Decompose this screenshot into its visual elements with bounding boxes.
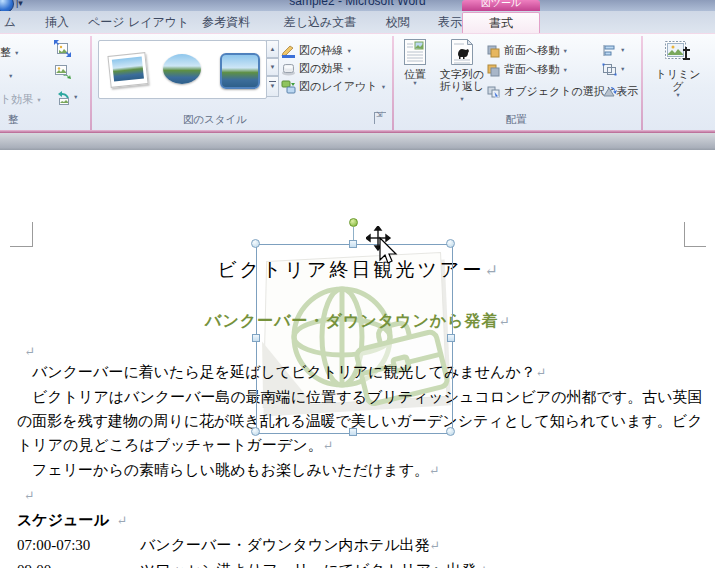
chevron-down-icon: ▼: [620, 47, 625, 53]
wrap-text-label-line2: 折り返し: [440, 80, 485, 92]
tab-format-active[interactable]: 書式: [462, 12, 540, 34]
wrap-text-button[interactable]: 文字列の 折り返し ▼: [438, 38, 486, 104]
chevron-down-icon: ▼: [620, 88, 625, 94]
picture-effects-button[interactable]: 図の効果 ▼: [281, 61, 352, 76]
margin-cropmark-left: [10, 246, 33, 247]
group-objects-button[interactable]: ▼: [602, 62, 626, 76]
paragraph-mark: ↵: [476, 564, 487, 568]
adjust-group-label: 整: [0, 111, 28, 127]
paragraph-mark: ↵: [24, 344, 35, 360]
group-separator: [641, 36, 643, 130]
document-top-gutter: [0, 133, 715, 150]
send-backward-icon: [487, 64, 501, 77]
resize-handle-bottom-left[interactable]: [251, 427, 260, 436]
rotate-handle[interactable]: [349, 218, 358, 227]
reset-picture-icon: [54, 88, 71, 105]
chevron-down-icon: ▼: [459, 96, 464, 102]
picture-border-icon: [281, 44, 296, 58]
picture-layout-icon: [281, 80, 296, 94]
picture-effects-icon: [281, 62, 296, 76]
bring-forward-label: 前面へ移動: [504, 44, 559, 56]
gallery-scroll-up-button[interactable]: ▲: [266, 40, 279, 58]
picture-style-2[interactable]: [159, 48, 205, 92]
schedule-row: 09:00ツワッセン港よりフェリーにてビクトリアへ出発↵: [17, 558, 703, 568]
crop-label: トリミング: [650, 68, 706, 92]
picture-layout-button[interactable]: 図のレイアウト ▼: [281, 79, 386, 94]
picture-styles-group-label: 図のスタイル: [150, 111, 280, 127]
schedule-time: 07:00-07:30: [17, 533, 140, 557]
chevron-down-icon: ▼: [8, 73, 13, 79]
resize-handle-middle-left[interactable]: [252, 334, 260, 342]
margin-cropmark-right: [684, 222, 685, 247]
align-objects-button[interactable]: ▼: [602, 43, 626, 57]
chevron-down-icon: ▼: [36, 97, 41, 103]
picture-style-1[interactable]: [104, 48, 150, 92]
position-button[interactable]: 位置 ▼: [396, 38, 434, 104]
resize-handle-top-center[interactable]: [349, 240, 357, 248]
gallery-scrollbar: ▲ ▼ ▼: [266, 40, 279, 97]
picture-selection-frame[interactable]: [256, 244, 453, 434]
picture-border-button[interactable]: 図の枠線 ▼: [281, 43, 352, 58]
compress-pictures-button[interactable]: [54, 40, 71, 59]
body-paragraph: フェリーからの素晴らしい眺めもお楽しみいただけます。↵: [17, 458, 703, 483]
group-separator: [90, 36, 92, 130]
ribbon: 整 ▼ ▼ ト効果 ▼: [0, 33, 715, 131]
rotate-objects-icon: [602, 85, 617, 98]
paragraph-mark: ↵: [536, 366, 547, 380]
word-window: |▾ sample2 - Microsoft Word 図ツール ム 挿入 ペー…: [0, 0, 715, 568]
picture-style-3[interactable]: [215, 48, 261, 92]
chevron-down-icon: ▼: [73, 94, 78, 100]
tab-page-layout[interactable]: ページ レイアウト: [88, 11, 180, 33]
resize-handle-bottom-center[interactable]: [349, 428, 357, 436]
picture-styles-dialog-launcher-icon[interactable]: [374, 112, 386, 124]
corrections-label: 整: [0, 46, 11, 58]
rotate-objects-button[interactable]: ▼: [602, 84, 626, 98]
reset-picture-button[interactable]: ▼: [54, 88, 71, 107]
compress-pictures-icon: [54, 40, 71, 57]
mouse-cursor: [366, 226, 402, 270]
schedule-desc: ツワッセン港よりフェリーにてビクトリアへ出発: [140, 562, 476, 568]
tab-home-partial[interactable]: ム: [0, 11, 20, 33]
gallery-scroll-down-button[interactable]: ▼: [266, 58, 279, 76]
resize-handle-middle-right[interactable]: [447, 334, 455, 342]
ribbon-tab-row: ム 挿入 ページ レイアウト 参考資料 差し込み文書 校閲 表示 書式: [0, 11, 715, 33]
margin-cropmark-left: [32, 222, 33, 247]
window-title: sample2 - Microsoft Word: [0, 0, 715, 8]
title-bar: |▾ sample2 - Microsoft Word: [0, 0, 715, 11]
crop-button[interactable]: トリミング ▼: [650, 38, 706, 104]
paragraph-mark: ↵: [117, 514, 128, 528]
artistic-effects-button: ト効果 ▼: [0, 92, 42, 107]
chevron-down-icon: ▼: [14, 50, 19, 56]
picture-styles-gallery[interactable]: [98, 40, 267, 99]
send-backward-button[interactable]: 背面へ移動 ▼: [487, 62, 568, 77]
picture-layout-label: 図のレイアウト: [299, 80, 378, 92]
document-page[interactable]: ビクトリア終日観光ツアー↵ バンクーバー・ダウンタウンから発着↵ ↵ バンクーバ…: [0, 150, 715, 568]
corrections-button[interactable]: 整 ▼: [0, 45, 20, 60]
paragraph-mark: ↵: [484, 262, 498, 279]
tab-insert[interactable]: 挿入: [32, 11, 82, 33]
resize-handle-bottom-right[interactable]: [446, 427, 455, 436]
move-cursor-icon: [366, 226, 402, 268]
change-picture-button[interactable]: [54, 64, 71, 83]
tab-references[interactable]: 参考資料: [188, 11, 264, 33]
chevron-down-icon: ▼: [562, 48, 567, 54]
tab-mailings[interactable]: 差し込み文書: [270, 11, 370, 33]
up-arrow-icon: ▲: [270, 46, 276, 52]
gallery-more-button[interactable]: ▼: [266, 76, 279, 97]
schedule-time: 09:00: [17, 558, 140, 568]
wrap-text-icon: [450, 38, 474, 66]
picture-tools-label: 図ツール: [481, 0, 521, 8]
schedule-desc: バンクーバー・ダウンタウン内ホテル出発: [140, 537, 430, 553]
resize-handle-top-right[interactable]: [446, 239, 455, 248]
resize-handle-top-left[interactable]: [251, 239, 260, 248]
empty-paragraph: ↵: [17, 483, 703, 508]
paragraph-mark: ↵: [430, 539, 441, 553]
chevron-down-icon: ▼: [562, 67, 567, 73]
chevron-down-icon: ▼: [396, 80, 434, 86]
artistic-effects-label: ト効果: [0, 93, 33, 105]
chevron-down-icon: ▼: [650, 92, 706, 98]
tab-review[interactable]: 校閲: [374, 11, 422, 33]
color-button[interactable]: ▼: [8, 69, 13, 81]
bring-forward-button[interactable]: 前面へ移動 ▼: [487, 43, 568, 58]
picture-effects-label: 図の効果: [299, 62, 343, 74]
